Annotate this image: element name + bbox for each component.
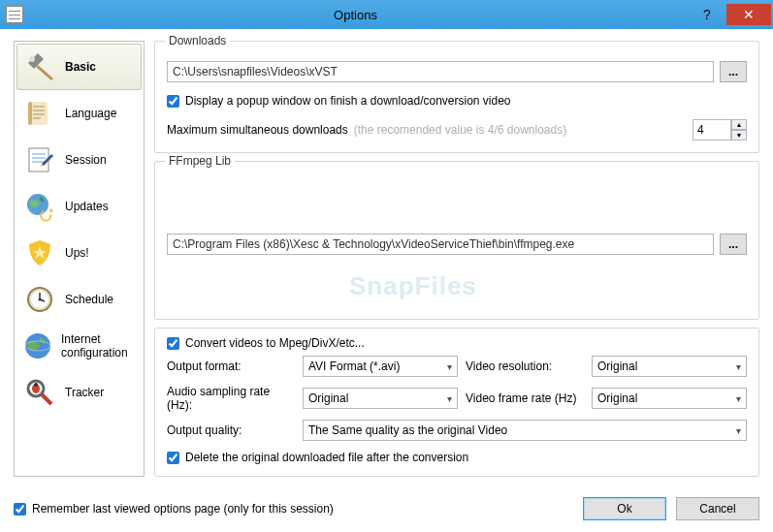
max-downloads-label: Maximum simultaneous downloads <box>167 123 348 137</box>
help-button[interactable]: ? <box>688 3 726 26</box>
audio-rate-select[interactable]: Original <box>303 388 458 409</box>
sidebar-item-session[interactable]: Session <box>16 137 142 183</box>
svg-rect-1 <box>30 102 48 125</box>
output-format-select[interactable]: AVI Format (*.avi) <box>303 356 458 377</box>
sidebar-item-label: Session <box>65 153 107 167</box>
hammer-icon <box>22 49 57 84</box>
shield-icon <box>22 235 57 270</box>
sidebar-item-label: Updates <box>65 200 109 213</box>
downloads-group: Downloads ... Display a popup window on … <box>154 41 759 153</box>
globe-icon <box>22 329 53 363</box>
convert-enable-checkbox[interactable] <box>167 337 179 350</box>
frame-rate-select[interactable]: Original <box>592 388 747 409</box>
svg-point-7 <box>39 298 42 301</box>
max-downloads-spinner[interactable]: ▲ ▼ <box>692 119 747 141</box>
video-resolution-select[interactable]: Original <box>592 356 747 377</box>
downloads-legend: Downloads <box>165 34 230 47</box>
popup-on-finish-checkbox[interactable] <box>167 95 179 108</box>
svg-point-0 <box>29 56 35 62</box>
sidebar-item-language[interactable]: Language <box>16 90 142 137</box>
convert-group: Convert videos to Mpeg/DivX/etc... Outpu… <box>154 328 759 477</box>
bug-magnifier-icon <box>22 375 57 410</box>
sidebar-item-tracker[interactable]: Tracker <box>16 369 142 416</box>
delete-original-label: Delete the original downloaded file afte… <box>185 451 468 464</box>
sidebar-item-label: Internet configuration <box>61 332 136 360</box>
client-area: SnapFiles Basic Language Session <box>0 29 773 532</box>
sidebar-item-schedule[interactable]: Schedule <box>16 276 142 323</box>
delete-original-checkbox[interactable] <box>167 452 179 464</box>
output-quality-select[interactable]: The Same quality as the original Video <box>303 420 747 441</box>
sidebar-item-label: Schedule <box>65 293 113 306</box>
dialog-footer: Remember last viewed options page (only … <box>14 497 759 520</box>
download-path-input[interactable] <box>167 61 714 82</box>
remember-page-label: Remember last viewed options page (only … <box>32 502 334 516</box>
output-format-label: Output format: <box>167 360 295 373</box>
globe-refresh-icon <box>22 189 57 224</box>
ok-button[interactable]: Ok <box>583 497 666 520</box>
sidebar-item-ups[interactable]: Ups! <box>16 230 142 276</box>
sidebar-item-label: Language <box>65 107 116 120</box>
notepad-icon <box>22 142 57 177</box>
convert-enable-label: Convert videos to Mpeg/DivX/etc... <box>185 336 365 350</box>
browse-ffmpeg-path-button[interactable]: ... <box>720 234 747 255</box>
frame-rate-label: Video frame rate (Hz) <box>466 391 584 405</box>
sidebar-item-label: Tracker <box>65 386 104 399</box>
sidebar-item-basic[interactable]: Basic <box>16 44 142 90</box>
sidebar-item-label: Ups! <box>65 246 89 260</box>
max-downloads-hint: (the recomended value is 4/6 downloads) <box>354 123 566 137</box>
svg-rect-2 <box>28 102 32 125</box>
system-menu-icon[interactable] <box>6 6 23 23</box>
ffmpeg-path-input[interactable] <box>167 234 714 255</box>
sidebar-item-label: Basic <box>65 60 96 74</box>
output-quality-label: Output quality: <box>167 423 295 437</box>
browse-download-path-button[interactable]: ... <box>720 61 747 82</box>
scroll-icon <box>22 96 57 131</box>
video-resolution-label: Video resolution: <box>466 360 584 373</box>
sidebar-item-internet[interactable]: Internet configuration <box>16 323 142 369</box>
ffmpeg-group: FFmpeg Lib ... <box>154 161 759 320</box>
remember-page-checkbox[interactable] <box>14 503 26 516</box>
spin-up-button[interactable]: ▲ <box>731 119 747 130</box>
popup-on-finish-label: Display a popup window on finish a downl… <box>185 94 511 108</box>
cancel-button[interactable]: Cancel <box>676 497 759 520</box>
svg-point-12 <box>34 383 38 387</box>
spin-down-button[interactable]: ▼ <box>731 130 747 141</box>
audio-rate-label: Audio sampling rate (Hz): <box>167 385 295 412</box>
window-title: Options <box>23 8 688 22</box>
titlebar: Options ? ✕ <box>0 0 773 29</box>
ffmpeg-legend: FFmpeg Lib <box>165 154 235 168</box>
clock-icon <box>22 282 57 317</box>
sidebar-item-updates[interactable]: Updates <box>16 183 142 230</box>
options-sidebar: Basic Language Session Updates <box>14 41 145 477</box>
close-button[interactable]: ✕ <box>726 4 771 25</box>
max-downloads-input[interactable] <box>692 119 731 141</box>
content-panel: Downloads ... Display a popup window on … <box>154 41 759 477</box>
